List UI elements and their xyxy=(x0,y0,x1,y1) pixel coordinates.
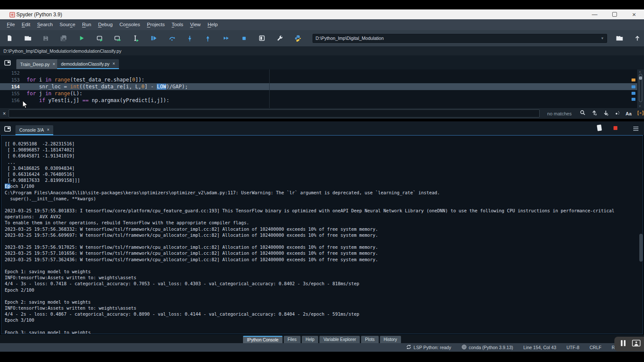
highlight-matches-icon[interactable] xyxy=(614,110,620,118)
code-text: for i in range(test_data_re.shape[0]): xyxy=(27,77,145,83)
menu-search[interactable]: Search xyxy=(33,19,56,30)
code-line-153[interactable]: 153for i in range(test_data_re.shape[0])… xyxy=(0,76,644,83)
scroll-flag-info[interactable] xyxy=(632,92,635,95)
code-editor[interactable]: 152153for i in range(test_data_re.shape[… xyxy=(0,69,644,108)
editor-tab-train-deep[interactable]: Train_Deep.py × xyxy=(16,59,59,69)
editor-tab-demodulation-classify[interactable]: demodulationClassify.py × xyxy=(57,59,119,69)
step-return-icon[interactable] xyxy=(204,34,212,42)
console-output-line: C:\Program Files\Anaconda3\lib\site-pack… xyxy=(5,190,643,196)
console-output-line: [[ 0.0295108 -2.28231516] xyxy=(5,141,643,147)
menu-view[interactable]: View xyxy=(187,19,204,30)
save-icon[interactable] xyxy=(41,34,50,42)
whole-words-icon[interactable] xyxy=(637,110,644,118)
menu-debug[interactable]: Debug xyxy=(94,19,116,30)
window-title: Spyder (Python 3.9) xyxy=(16,12,62,18)
globe-icon xyxy=(462,344,467,350)
parent-directory-icon[interactable] xyxy=(633,34,641,42)
scroll-flag-warning[interactable] xyxy=(632,78,635,81)
run-cell-icon[interactable] xyxy=(95,34,104,42)
editor-tab-row: Train_Deep.py × demodulationClassify.py … xyxy=(0,55,644,69)
line-number[interactable]: 154 xyxy=(0,84,27,90)
open-file-icon[interactable] xyxy=(23,34,32,42)
debug-file-icon[interactable] xyxy=(149,34,158,42)
console-scrollbar-thumb[interactable] xyxy=(639,234,643,262)
close-tab-icon[interactable]: × xyxy=(52,62,55,66)
save-all-icon[interactable] xyxy=(59,34,68,42)
tab-plots[interactable]: Plots xyxy=(361,336,378,343)
pause-icon[interactable] xyxy=(620,340,626,348)
scroll-flag-info[interactable] xyxy=(632,85,635,88)
console-output-line: ... xyxy=(5,159,643,165)
console-output-line: Epoch 1/100 xyxy=(5,183,643,189)
editor-scrollbar[interactable]: ▲ ▼ xyxy=(637,69,644,108)
browse-working-directory-icon[interactable] xyxy=(615,34,623,42)
scroll-up-icon[interactable]: ▲ xyxy=(638,70,641,73)
restore-button[interactable] xyxy=(605,9,624,19)
python-path-icon[interactable] xyxy=(294,34,302,42)
menu-consoles[interactable]: Consoles xyxy=(116,19,143,30)
case-sensitive-icon[interactable]: Aa xyxy=(626,111,632,116)
menu-file[interactable]: File xyxy=(3,19,18,30)
run-file-icon[interactable] xyxy=(77,34,86,42)
code-line-152[interactable]: 152 xyxy=(0,69,644,76)
code-line-154[interactable]: 154 snr_loc = int((test_data_re[i, L,0] … xyxy=(0,83,644,90)
step-into-icon[interactable] xyxy=(185,34,194,42)
menu-run[interactable]: Run xyxy=(79,19,94,30)
tab-variable-explorer[interactable]: Variable Explorer xyxy=(319,336,360,343)
console-output-line: 2023-03-25 19:57:57.362436: W tensorflow… xyxy=(5,256,643,262)
menu-edit[interactable]: Edit xyxy=(18,19,34,30)
close-tab-icon[interactable]: × xyxy=(112,61,115,66)
maximize-pane-icon[interactable] xyxy=(258,34,266,42)
close-find-icon[interactable]: × xyxy=(0,111,9,117)
working-directory-combobox[interactable]: D:\Python_Imp\Digital_Modulation ▼ xyxy=(313,34,607,43)
console-output-line: Epoch 3: saving model to weights xyxy=(5,329,643,334)
find-previous-icon[interactable] xyxy=(591,110,597,118)
browse-tabs-icon[interactable] xyxy=(4,126,11,134)
menu-projects[interactable]: Projects xyxy=(143,19,168,30)
find-input[interactable] xyxy=(9,109,540,118)
chevron-down-icon[interactable]: ▼ xyxy=(601,36,604,40)
scroll-down-icon[interactable]: ▼ xyxy=(638,105,641,108)
code-line-155[interactable]: 155for j in range(L): xyxy=(0,90,644,97)
menu-help[interactable]: Help xyxy=(204,19,221,30)
find-bar: × no matches Aa xyxy=(0,108,644,119)
preferences-wrench-icon[interactable] xyxy=(276,34,284,42)
console-output[interactable]: [[ 0.0295108 -2.28231516] [ 1.90896857 -… xyxy=(1,135,643,334)
webcam-overlay-icon[interactable] xyxy=(632,340,641,348)
inspect-object-icon[interactable] xyxy=(596,124,602,133)
menu-source[interactable]: Source xyxy=(56,19,79,30)
search-icon[interactable] xyxy=(580,110,586,118)
console-output-line: 2023-03-25 19:57:56.368332: W tensorflow… xyxy=(5,226,643,232)
run-cell-advance-icon[interactable] xyxy=(113,34,122,42)
new-file-icon[interactable] xyxy=(5,34,14,42)
interpreter-status[interactable]: conda (Python 3.9.13) xyxy=(462,344,513,350)
tab-label: demodulationClassify.py xyxy=(61,61,109,66)
line-number[interactable]: 155 xyxy=(0,91,27,97)
lsp-status[interactable]: LSP Python: ready xyxy=(406,344,451,350)
minimize-button[interactable]: — xyxy=(585,9,605,19)
stop-debug-icon[interactable] xyxy=(240,34,248,42)
find-next-icon[interactable] xyxy=(603,110,609,118)
line-number[interactable]: 153 xyxy=(0,77,27,83)
spyder-window: Spyder (Python 3.9) — × FileEditSearchSo… xyxy=(0,0,644,362)
console-output-line xyxy=(5,262,643,268)
run-selection-icon[interactable] xyxy=(131,34,140,42)
line-number[interactable]: 152 xyxy=(0,70,27,76)
console-tab[interactable]: Console 3/A × xyxy=(15,125,53,135)
tab-ipython-console[interactable]: IPython Console xyxy=(243,336,282,343)
editor-scrollbar-thumb[interactable] xyxy=(639,76,642,80)
code-line-156[interactable]: 156 if yTest[i,j] == np.argmax(yPredict[… xyxy=(0,97,644,104)
step-over-icon[interactable] xyxy=(167,34,176,42)
tab-help[interactable]: Help xyxy=(302,336,319,343)
continue-execution-icon[interactable] xyxy=(222,34,230,42)
lsp-status-label: LSP Python: ready xyxy=(413,345,451,350)
close-tab-icon[interactable]: × xyxy=(47,127,49,132)
close-button[interactable]: × xyxy=(624,9,644,19)
browse-tabs-icon[interactable] xyxy=(4,60,11,68)
scroll-flag-info[interactable] xyxy=(632,98,635,101)
tab-files[interactable]: Files xyxy=(284,336,301,343)
console-output-line xyxy=(5,202,643,208)
tab-history[interactable]: History xyxy=(380,336,401,343)
console-options-menu-icon[interactable] xyxy=(633,125,639,133)
menu-tools[interactable]: Tools xyxy=(168,19,187,30)
